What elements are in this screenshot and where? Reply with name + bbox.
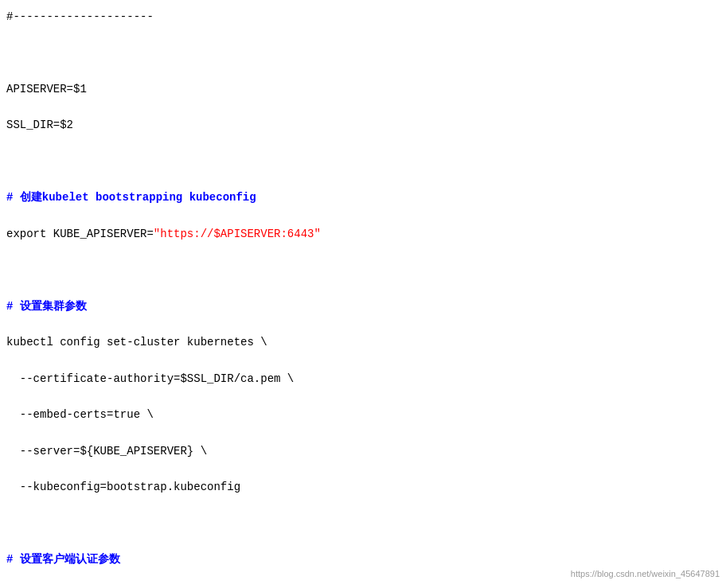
line-server: --server=${KUBE_APISERVER} \	[6, 442, 720, 461]
line-export: export KUBE_APISERVER="https://$APISERVE…	[6, 225, 720, 243]
line-kubeconfig1: --kubeconfig=bootstrap.kubeconfig	[6, 478, 720, 496]
watermark: https://blog.csdn.net/weixin_45647891	[571, 567, 720, 582]
line-cert: --certificate-authority=$SSL_DIR/ca.pem …	[6, 370, 720, 388]
line-comment2: # 设置集群参数	[6, 298, 720, 316]
line-comment3: # 设置客户端认证参数	[6, 551, 720, 569]
line-blank3	[6, 261, 720, 279]
line-separator: #---------------------	[6, 8, 720, 26]
line-embed: --embed-certs=true \	[6, 406, 720, 424]
line-blank4	[6, 515, 720, 533]
line-apiserver: APISERVER=$1	[6, 80, 720, 99]
code-container: #--------------------- APISERVER=$1 SSL_…	[0, 0, 726, 588]
line-blank2	[6, 153, 720, 171]
export-value: "https://$APISERVER:6443"	[154, 228, 321, 240]
line-kubectl1: kubectl config set-cluster kubernetes \	[6, 333, 720, 352]
line-ssldir: SSL_DIR=$2	[6, 116, 720, 134]
export-keyword: export KUBE_APISERVER=	[6, 228, 154, 240]
line-blank1	[6, 44, 720, 62]
line-comment1: # 创建kubelet bootstrapping kubeconfig	[6, 189, 720, 207]
